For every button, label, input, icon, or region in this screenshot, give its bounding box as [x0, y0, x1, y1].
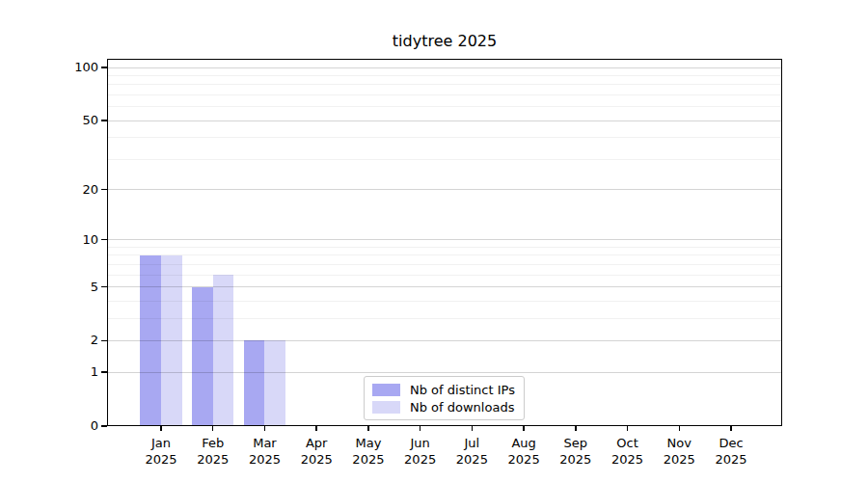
- x-tick-label: Nov2025: [650, 435, 708, 468]
- legend-item-distinct-ips: Nb of distinct IPs: [372, 383, 524, 397]
- major-gridline: [107, 67, 782, 68]
- legend-label-downloads: Nb of downloads: [410, 400, 514, 415]
- minor-gridline: [107, 301, 782, 302]
- legend-swatch-distinct-ips: [372, 384, 400, 396]
- y-tick-label: 20: [39, 182, 98, 197]
- y-tick-mark: [101, 120, 107, 121]
- major-gridline: [107, 340, 782, 341]
- major-gridline: [107, 239, 782, 240]
- minor-gridline: [107, 318, 782, 319]
- x-tick-label: Oct2025: [599, 435, 657, 468]
- x-tick-label: May2025: [339, 435, 397, 468]
- x-tick-label: Jul2025: [443, 435, 501, 468]
- minor-gridline: [107, 84, 782, 85]
- x-tick-mark: [420, 426, 421, 431]
- y-tick-label: 5: [39, 280, 98, 294]
- x-tick-label: Mar2025: [235, 435, 293, 468]
- legend: Nb of distinct IPs Nb of downloads: [364, 376, 525, 420]
- y-tick-label: 10: [39, 232, 98, 247]
- x-tick-label: Sep2025: [547, 435, 605, 468]
- x-tick-label: Feb2025: [184, 435, 242, 468]
- y-tick-mark: [101, 371, 107, 373]
- y-tick-mark: [101, 425, 107, 427]
- bar: [264, 340, 285, 426]
- minor-gridline: [107, 254, 782, 255]
- y-tick-mark: [101, 239, 107, 241]
- bar: [244, 340, 265, 426]
- x-tick-label: Jun2025: [392, 435, 449, 468]
- x-tick-mark: [160, 426, 162, 431]
- y-tick-label: 50: [39, 113, 98, 127]
- bar: [213, 275, 234, 426]
- minor-gridline: [107, 106, 782, 107]
- minor-gridline: [107, 159, 782, 160]
- major-gridline: [107, 372, 782, 373]
- y-tick-label: 100: [39, 60, 98, 74]
- legend-swatch-downloads: [372, 401, 400, 414]
- x-tick-label: Dec2025: [702, 435, 760, 468]
- x-tick-label: Apr2025: [287, 435, 345, 468]
- minor-gridline: [107, 75, 782, 76]
- x-tick-mark: [212, 426, 214, 431]
- x-tick-mark: [472, 426, 474, 431]
- minor-gridline: [107, 247, 782, 248]
- minor-gridline: [107, 275, 782, 276]
- legend-item-downloads: Nb of downloads: [372, 400, 524, 415]
- x-tick-mark: [367, 426, 369, 431]
- legend-label-distinct-ips: Nb of distinct IPs: [410, 383, 515, 397]
- x-tick-mark: [575, 426, 577, 431]
- x-tick-mark: [627, 426, 629, 431]
- x-tick-mark: [523, 426, 525, 431]
- x-tick-mark: [315, 426, 317, 431]
- minor-gridline: [107, 264, 782, 265]
- major-gridline: [107, 189, 782, 190]
- y-tick-mark: [101, 340, 107, 342]
- minor-gridline: [107, 94, 782, 95]
- x-tick-label: Jan2025: [132, 435, 190, 468]
- y-tick-label: 1: [39, 364, 98, 379]
- x-tick-mark: [730, 426, 732, 431]
- x-tick-mark: [679, 426, 681, 431]
- minor-gridline: [107, 137, 782, 138]
- y-tick-mark: [101, 189, 107, 191]
- chart-figure: tidytree 2025 Nb of distinct IPs Nb of d…: [0, 0, 868, 482]
- x-tick-mark: [264, 426, 266, 431]
- chart-title: tidytree 2025: [107, 32, 782, 50]
- bar: [192, 287, 213, 426]
- y-tick-mark: [101, 67, 107, 68]
- major-gridline: [107, 120, 782, 121]
- y-tick-label: 2: [39, 333, 98, 347]
- y-tick-label: 0: [39, 418, 98, 433]
- major-gridline: [107, 286, 782, 287]
- x-tick-label: Aug2025: [495, 435, 553, 468]
- y-tick-mark: [101, 286, 107, 288]
